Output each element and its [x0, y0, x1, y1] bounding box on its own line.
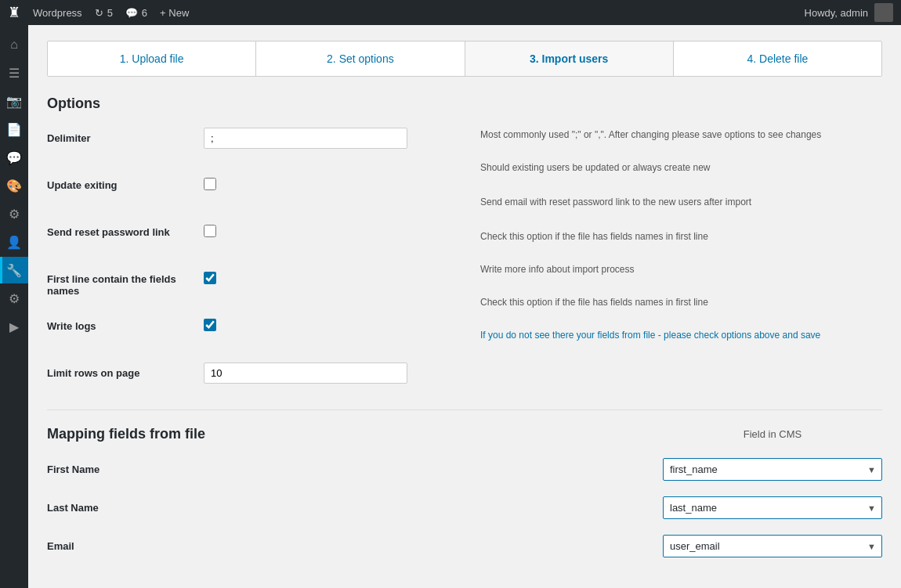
sidebar-item-dashboard[interactable]: ⌂: [0, 31, 28, 58]
options-title: Options: [47, 96, 882, 112]
sidebar-item-tools[interactable]: 🔧: [0, 257, 28, 283]
updates-button[interactable]: ↻ 5: [95, 7, 113, 19]
mapping-first-name-select-wrapper: first_name last_name user_email user_log…: [663, 458, 882, 481]
tab-delete-file[interactable]: 4. Delete file: [674, 41, 881, 76]
delimiter-input[interactable]: [204, 128, 407, 149]
send-reset-password-row: Send reset password link: [47, 222, 449, 250]
limit-rows-row: Limit rows on page: [47, 363, 449, 391]
howdy-text: Howdy, admin: [805, 7, 868, 19]
mapping-header: Mapping fields from file Field in CMS: [47, 409, 882, 442]
first-line-fields-label: First line contain the fields names: [47, 269, 204, 297]
comments-icon: 💬: [125, 7, 138, 19]
sidebar-item-play[interactable]: ▶: [0, 313, 28, 340]
mapping-email-label: Email: [47, 540, 204, 552]
mapping-email-select-wrapper: first_name last_name user_email user_log…: [663, 535, 882, 557]
first-line-fields-row: First line contain the fields names: [47, 269, 449, 297]
tab-upload-file[interactable]: 1. Upload file: [48, 41, 256, 76]
write-logs-checkbox[interactable]: [204, 319, 216, 331]
sidebar-item-appearance[interactable]: 🎨: [0, 172, 28, 199]
admin-bar: ♜ Wordpress ↻ 5 💬 6 + New Howdy, admin: [0, 0, 901, 25]
tab-import-users[interactable]: 3. Import users: [465, 41, 674, 76]
new-content-button[interactable]: + New: [160, 7, 189, 19]
first-line-fields-hint: Check this option if the file has fields…: [480, 229, 882, 243]
options-hints: Most commonly used ";" or ",". After cha…: [465, 128, 882, 409]
mapping-last-name-select-wrapper: first_name last_name user_email user_log…: [663, 496, 882, 519]
write-logs-hint: Write more info about import process: [480, 262, 882, 276]
sidebar-item-pages[interactable]: 📄: [0, 116, 28, 142]
write-logs-label: Write logs: [47, 316, 204, 332]
sidebar-item-media[interactable]: 📷: [0, 88, 28, 114]
mapping-last-name-label: Last Name: [47, 502, 204, 514]
wizard-tabs: 1. Upload file 2. Set options 3. Import …: [47, 41, 882, 77]
limit-rows-control: [204, 363, 449, 384]
mapping-section: Mapping fields from file Field in CMS Fi…: [47, 409, 882, 557]
mapping-first-name-select[interactable]: first_name last_name user_email user_log…: [663, 458, 882, 481]
sidebar: ⌂ ☰ 📷 📄 💬 🎨 ⚙ 👤 🔧 ⚙ ▶: [0, 25, 28, 588]
mapping-cms-label: Field in CMS: [663, 428, 882, 440]
sidebar-item-users[interactable]: 👤: [0, 229, 28, 255]
limit-rows-input[interactable]: [204, 363, 407, 384]
limit-rows-label: Limit rows on page: [47, 363, 204, 379]
mapping-email-select[interactable]: first_name last_name user_email user_log…: [663, 535, 882, 557]
update-existing-checkbox[interactable]: [204, 178, 216, 190]
write-logs-row: Write logs: [47, 316, 449, 344]
sidebar-item-comments[interactable]: 💬: [0, 144, 28, 171]
mapping-last-name-select[interactable]: first_name last_name user_email user_log…: [663, 496, 882, 519]
mapping-first-name-row: First Name first_name last_name user_ema…: [47, 458, 882, 481]
update-existing-control: [204, 175, 449, 193]
delimiter-row: Delimiter: [47, 128, 449, 156]
tab-set-options[interactable]: 2. Set options: [256, 41, 465, 76]
send-reset-password-label: Send reset password link: [47, 222, 204, 238]
main-content: 1. Upload file 2. Set options 3. Import …: [28, 25, 901, 588]
send-reset-password-control: [204, 222, 449, 240]
comments-button[interactable]: 💬 6: [125, 7, 147, 19]
delimiter-control: [204, 128, 449, 149]
update-existing-row: Update exiting: [47, 175, 449, 203]
first-line-fields-checkbox[interactable]: [204, 272, 216, 284]
limit-rows-hint: Check this option if the file has fields…: [480, 295, 882, 309]
mapping-title: Mapping fields from file: [47, 426, 663, 442]
site-name[interactable]: Wordpress: [33, 7, 82, 19]
delimiter-label: Delimiter: [47, 128, 204, 144]
options-controls: Delimiter Update exiting Send reset pass…: [47, 128, 465, 409]
options-grid: Delimiter Update exiting Send reset pass…: [47, 128, 882, 409]
first-line-fields-control: [204, 269, 449, 287]
send-reset-password-checkbox[interactable]: [204, 225, 216, 237]
sidebar-item-posts[interactable]: ☰: [0, 60, 28, 86]
admin-right: Howdy, admin: [805, 3, 893, 22]
update-existing-label: Update exiting: [47, 175, 204, 191]
update-existing-hint: Should existing users be updated or alwa…: [480, 161, 882, 175]
mapping-first-name-label: First Name: [47, 464, 204, 475]
write-logs-control: [204, 316, 449, 334]
avatar[interactable]: [874, 3, 893, 22]
options-section: Options Delimiter Update exiting: [47, 96, 882, 409]
updates-icon: ↻: [95, 7, 103, 19]
sidebar-item-settings[interactable]: ⚙: [0, 285, 28, 312]
mapping-email-row: Email first_name last_name user_email us…: [47, 535, 882, 557]
delimiter-hint: Most commonly used ";" or ",". After cha…: [480, 128, 882, 142]
sidebar-item-plugins[interactable]: ⚙: [0, 200, 28, 227]
send-reset-password-hint: Send email with reset password link to t…: [480, 195, 882, 209]
mapping-last-name-row: Last Name first_name last_name user_emai…: [47, 496, 882, 519]
wp-logo[interactable]: ♜: [8, 4, 20, 21]
mapping-hint: If you do not see there your fields from…: [480, 328, 882, 342]
